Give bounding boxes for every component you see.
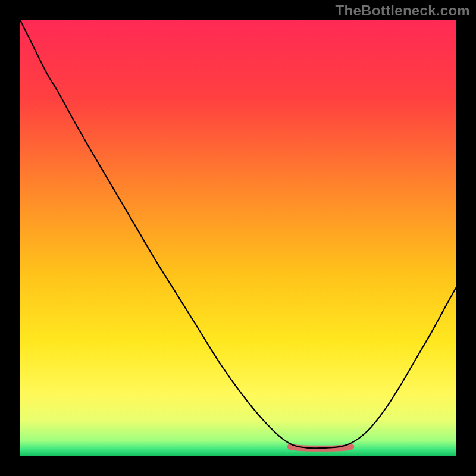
chart-svg: [20, 20, 456, 456]
plot-area: [20, 20, 456, 456]
outer-frame: TheBottleneck.com: [0, 0, 476, 476]
chart-background: [20, 20, 456, 456]
watermark-text: TheBottleneck.com: [336, 2, 470, 19]
